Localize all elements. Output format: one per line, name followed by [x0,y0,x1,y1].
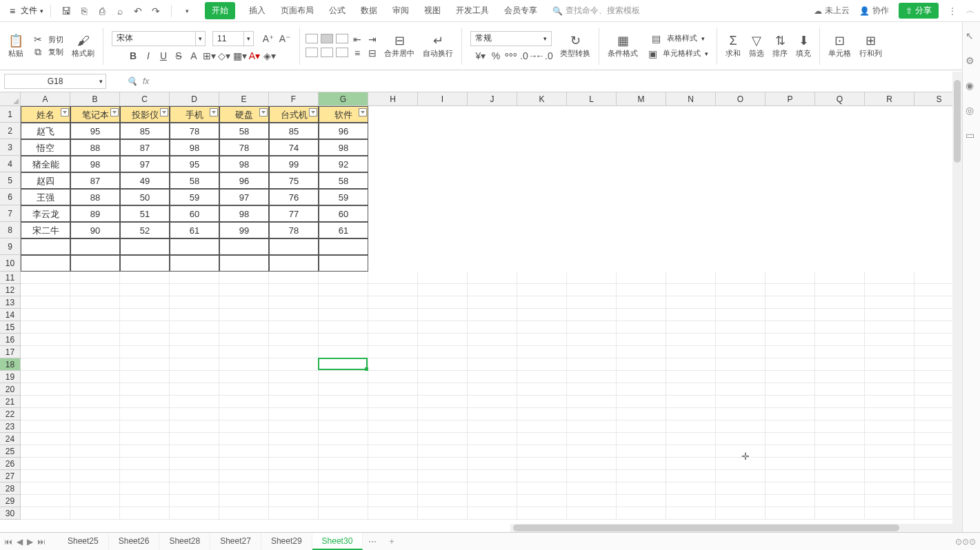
cell[interactable] [21,346,70,358]
cell[interactable] [666,470,716,482]
cell[interactable] [468,272,517,284]
cell[interactable] [567,408,617,420]
row-header-15[interactable]: 15 [0,321,21,334]
cell[interactable] [219,358,269,371]
collapse-ribbon-icon[interactable]: ︿ [966,5,974,17]
cell[interactable] [517,321,567,334]
cell[interactable] [70,371,120,383]
cell[interactable] [815,383,865,396]
cell[interactable] [418,495,468,507]
cell[interactable] [815,470,865,482]
cell[interactable] [517,371,567,383]
cell[interactable] [815,321,865,334]
cell[interactable] [766,334,815,346]
cell[interactable] [170,433,219,445]
cell[interactable] [666,284,716,296]
row-header-8[interactable]: 8 [0,222,21,238]
cell[interactable] [70,482,120,495]
cell[interactable] [716,383,766,396]
cell[interactable] [468,309,517,321]
row-header-5[interactable]: 5 [0,172,21,189]
cell[interactable] [666,309,716,321]
column-header-Q[interactable]: Q [815,92,865,106]
table-data-cell[interactable]: 51 [120,205,170,222]
cell[interactable] [468,396,517,408]
cloud-status[interactable]: ☁ 未上云 [814,5,850,17]
cell[interactable] [617,433,666,445]
cell[interactable] [418,445,468,458]
undo-icon[interactable]: ↶ [132,6,143,17]
cell[interactable] [21,334,70,346]
cell[interactable] [567,482,617,495]
cell[interactable] [418,433,468,445]
cell[interactable] [368,321,418,334]
cell[interactable] [319,445,368,458]
cell[interactable] [567,420,617,433]
cell[interactable] [70,495,120,507]
cell[interactable] [269,371,319,383]
align-bottom-center[interactable] [321,48,333,57]
row-header-16[interactable]: 16 [0,334,21,346]
cell[interactable] [468,433,517,445]
row-header-1[interactable]: 1 [0,106,21,123]
cell[interactable] [319,495,368,507]
cell[interactable] [219,309,269,321]
cell[interactable] [418,371,468,383]
cell[interactable] [517,396,567,408]
row-header-3[interactable]: 3 [0,139,21,156]
cell[interactable] [170,284,219,296]
cell[interactable] [120,495,170,507]
search-fx-icon[interactable]: 🔍 [127,77,137,86]
cell[interactable] [418,396,468,408]
cell[interactable] [418,284,468,296]
cell[interactable] [865,482,914,495]
cell[interactable] [418,309,468,321]
format-painter-button[interactable]: 🖌 格式刷 [69,32,97,60]
cell[interactable] [21,396,70,408]
cell[interactable] [418,482,468,495]
print-preview-icon[interactable]: ⌕ [114,6,126,17]
row-header-17[interactable]: 17 [0,346,21,358]
cell[interactable] [21,420,70,433]
table-empty-cell[interactable] [269,238,319,255]
cell[interactable] [567,321,617,334]
cell[interactable] [517,495,567,507]
cell-button[interactable]: ⊡单元格 [826,32,854,60]
cell[interactable] [368,309,418,321]
table-data-cell[interactable]: 58 [319,172,368,189]
cell[interactable] [567,358,617,371]
table-data-cell[interactable]: 89 [70,205,120,222]
table-data-cell[interactable]: 98 [170,139,219,156]
cell[interactable] [368,408,418,420]
cell[interactable] [21,470,70,482]
command-search[interactable]: 🔍 查找命令、搜索模板 [552,5,640,17]
table-header-cell[interactable]: 笔记本 [70,106,120,123]
cell[interactable] [219,321,269,334]
sheet-next-icon[interactable]: ▶ [27,537,33,547]
fx-label[interactable]: fx [143,77,149,86]
table-data-cell[interactable]: 99 [219,222,269,238]
tab-review[interactable]: 审阅 [391,2,410,19]
table-data-cell[interactable]: 74 [269,139,319,156]
row-header-21[interactable]: 21 [0,396,21,408]
cell[interactable] [716,358,766,371]
cell[interactable] [815,358,865,371]
cell[interactable] [120,507,170,520]
cell[interactable] [219,482,269,495]
cell[interactable] [418,420,468,433]
cell[interactable] [766,420,815,433]
cell[interactable] [70,334,120,346]
row-header-9[interactable]: 9 [0,238,21,255]
column-header-E[interactable]: E [219,92,269,106]
font-name-select[interactable]: 宋体 ▾ [112,31,206,46]
cell[interactable] [468,346,517,358]
cell[interactable] [269,309,319,321]
table-data-cell[interactable]: 悟空 [21,139,70,156]
cell[interactable] [219,396,269,408]
cell[interactable] [120,433,170,445]
align-bottom-left[interactable] [306,48,318,57]
print-icon[interactable]: ⎙ [97,6,108,17]
cell[interactable] [368,346,418,358]
cell[interactable] [21,284,70,296]
cell[interactable] [865,433,914,445]
